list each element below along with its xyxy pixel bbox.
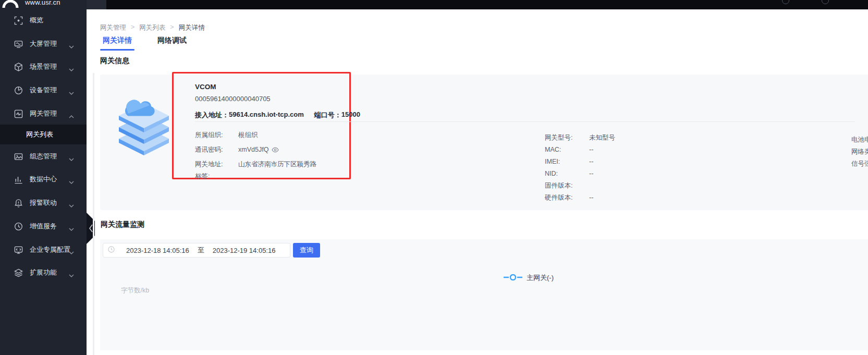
content-divider-line (93, 73, 94, 355)
chevron-up-icon (69, 112, 74, 120)
access-address-row: 接入地址： 59614.cnsh.iot-tcp.com 端口号： 15000 (195, 111, 360, 120)
sidebar-item-label: 网关管理 (30, 109, 57, 118)
field-imei: IMEI: -- (545, 157, 593, 166)
breadcrumb: 网关管理 > 网关列表 > 网关详情 (100, 23, 205, 32)
chevron-down-icon (69, 178, 74, 186)
sidebar: www.usr.cn 概览 大屏管理 场景管理 设备管理 (0, 0, 87, 355)
field-label: 网关型号: (545, 133, 589, 142)
field-battery: 电池电 (851, 135, 868, 144)
query-button[interactable]: 查询 (293, 243, 320, 258)
sidebar-item-scene-mgmt[interactable]: 场景管理 (0, 56, 87, 77)
field-label: NID: (545, 170, 589, 177)
sidebar-item-label: 场景管理 (30, 62, 57, 71)
help-icon[interactable] (782, 0, 789, 4)
field-label: 通讯密码: (195, 145, 238, 154)
field-value: -- (589, 146, 593, 153)
sidebar-item-label: 数据中心 (30, 175, 57, 184)
legend-label: 主网关(-) (527, 273, 554, 283)
chevron-down-icon (69, 271, 74, 279)
field-mac: MAC: -- (545, 145, 593, 154)
sidebar-subitem-gateway-list[interactable]: 网关列表 (0, 125, 87, 144)
tab-network-debug[interactable]: 网络调试 (157, 36, 187, 45)
sidebar-item-enterprise-config[interactable]: 企业专属配置 (0, 239, 87, 260)
port-label: 端口号： (314, 111, 341, 120)
brand-url[interactable]: www.usr.cn (25, 0, 60, 6)
chart-legend[interactable]: 主网关(-) (504, 273, 554, 283)
field-label: 所属组织: (195, 131, 238, 140)
topbar-notch (87, 0, 106, 9)
field-label: 网络类 (851, 148, 868, 156)
y-axis-label: 字节数/kb (121, 286, 149, 295)
sidebar-item-label: 增值服务 (30, 222, 57, 231)
gateway-detail-page: www.usr.cn 概览 大屏管理 场景管理 设备管理 (0, 0, 868, 355)
usr-logo-icon (2, 0, 19, 10)
tab-gateway-detail[interactable]: 网关详情 (103, 36, 132, 45)
sidebar-item-label: 概览 (30, 16, 43, 25)
user-avatar-icon[interactable] (822, 0, 829, 4)
layers-icon (14, 268, 23, 277)
sidebar-item-alarm-linkage[interactable]: 报警联动 (0, 192, 87, 213)
sidebar-item-value-added[interactable]: 增值服务 (0, 216, 87, 237)
field-value: 根组织 (238, 131, 258, 140)
field-org: 所属组织: 根组织 (195, 130, 258, 140)
field-value: -- (589, 158, 593, 165)
big-screen-icon (14, 39, 23, 48)
field-value: 未知型号 (589, 133, 615, 142)
sidebar-item-label: 大屏管理 (30, 39, 57, 48)
eye-icon[interactable] (272, 147, 279, 153)
panel-divider (195, 121, 855, 122)
sidebar-item-screen-mgmt[interactable]: 大屏管理 (0, 33, 87, 54)
gateway-info-title: 网关信息 (100, 56, 129, 66)
sidebar-item-gateway-mgmt[interactable]: 网关管理 (0, 103, 87, 124)
sidebar-item-config-mgmt[interactable]: 组态管理 (0, 146, 87, 167)
sidebar-item-label: 组态管理 (30, 152, 57, 161)
image-icon (14, 152, 23, 161)
field-gateway-address: 网关地址: 山东省济南市历下区颖秀路 (195, 160, 316, 169)
active-tab-underline (100, 49, 135, 51)
field-comm-password: 通讯密码: xmVd5JfQ (195, 145, 279, 154)
field-label: 标签: (195, 172, 238, 181)
scene-cube-icon (14, 62, 23, 71)
chevron-down-icon (69, 225, 74, 232)
field-value: -- (589, 194, 593, 201)
field-value: -- (589, 170, 593, 177)
field-firmware: 固件版本: (545, 181, 589, 190)
sidebar-item-label: 设备管理 (30, 85, 57, 95)
field-label: 网关地址: (195, 160, 238, 169)
sidebar-subitem-label: 网关列表 (26, 130, 53, 139)
sidebar-item-device-mgmt[interactable]: 设备管理 (0, 80, 87, 101)
field-signal: 信号强 (851, 159, 868, 168)
field-label: IMEI: (545, 158, 589, 165)
chevron-down-icon (69, 155, 74, 163)
sidebar-item-label: 企业专属配置 (30, 245, 70, 254)
chevron-down-icon (69, 65, 74, 73)
port-value: 15000 (341, 111, 360, 120)
chevron-down-icon (69, 248, 74, 256)
range-separator: 至 (198, 246, 204, 255)
field-hardware: 硬件版本: -- (545, 193, 593, 202)
breadcrumb-gateway-list[interactable]: 网关列表 (139, 23, 165, 32)
sidebar-item-extensions[interactable]: 扩展功能 (0, 262, 87, 283)
access-address-label: 接入地址： (195, 111, 229, 120)
gateway-icon (14, 109, 23, 118)
start-datetime[interactable]: 2023-12-18 14:05:16 (126, 247, 189, 254)
breadcrumb-current: 网关详情 (179, 23, 205, 32)
breadcrumb-gateway-mgmt[interactable]: 网关管理 (100, 23, 126, 32)
field-label: MAC: (545, 146, 589, 153)
field-nid: NID: -- (545, 169, 593, 178)
breadcrumb-separator: > (131, 23, 135, 32)
chevron-down-icon (69, 42, 74, 50)
field-label: 硬件版本: (545, 193, 589, 202)
access-address-value: 59614.cnsh.iot-tcp.com (229, 111, 304, 120)
field-value: xmVd5JfQ (238, 146, 268, 153)
sidebar-item-overview[interactable]: 概览 (0, 10, 87, 31)
sidebar-item-label: 报警联动 (30, 198, 57, 207)
clock-circle-icon (14, 222, 23, 231)
chevron-down-icon (69, 89, 74, 96)
sidebar-item-data-center[interactable]: 数据中心 (0, 169, 87, 190)
end-datetime[interactable]: 2023-12-19 14:05:16 (213, 247, 276, 254)
field-value: 山东省济南市历下区颖秀路 (238, 160, 316, 169)
date-range-picker[interactable]: 2023-12-18 14:05:16 至 2023-12-19 14:05:1… (103, 243, 290, 258)
legend-line-marker-icon (504, 273, 522, 283)
field-gateway-model: 网关型号: 未知型号 (545, 133, 615, 142)
